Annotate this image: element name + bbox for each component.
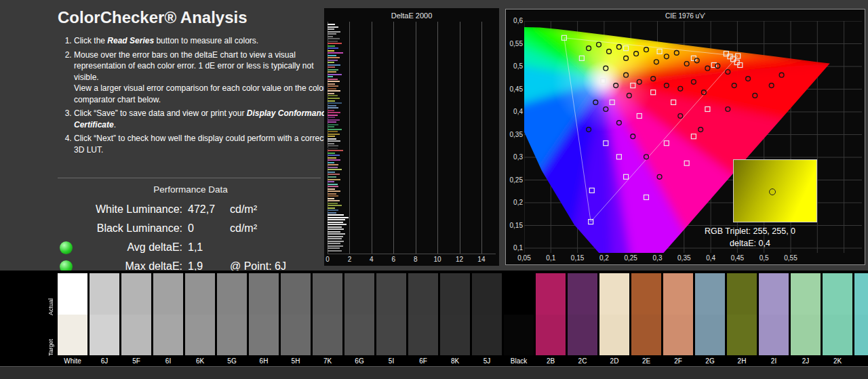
- deltae-bar[interactable]: [328, 50, 334, 52]
- deltae-bar[interactable]: [328, 79, 338, 80]
- deltae-bar[interactable]: [328, 36, 333, 37]
- deltae-bar[interactable]: [328, 222, 343, 223]
- deltae-bar[interactable]: [328, 233, 345, 235]
- deltae-bar[interactable]: [328, 250, 342, 252]
- comparator-patch[interactable]: 5G: [217, 273, 247, 365]
- deltae-bar[interactable]: [328, 169, 342, 170]
- deltae-bar[interactable]: [328, 98, 340, 99]
- deltae-bar[interactable]: [328, 195, 338, 197]
- deltae-bar[interactable]: [328, 172, 335, 173]
- deltae-bar[interactable]: [328, 212, 336, 214]
- deltae-bar[interactable]: [328, 188, 335, 190]
- comparator-patch[interactable]: Black: [504, 273, 534, 365]
- deltae-bar[interactable]: [328, 207, 335, 209]
- comparator-patch[interactable]: 6G: [344, 273, 374, 365]
- deltae-bar[interactable]: [328, 145, 338, 146]
- comparator-patch[interactable]: 2I: [759, 273, 789, 365]
- deltae-bar[interactable]: [328, 66, 335, 68]
- deltae-bar[interactable]: [328, 41, 338, 42]
- comparator-patch[interactable]: 5I: [376, 273, 406, 365]
- deltae-bar[interactable]: [328, 157, 336, 159]
- deltae-bar[interactable]: [328, 245, 343, 247]
- comparator-patch[interactable]: 5F: [121, 273, 151, 365]
- deltae-bar[interactable]: [328, 131, 338, 132]
- deltae-bar[interactable]: [328, 52, 343, 54]
- deltae-bar[interactable]: [328, 62, 334, 63]
- deltae-bar[interactable]: [328, 174, 340, 175]
- comparator-patch[interactable]: 2J: [791, 273, 821, 365]
- deltae-bar[interactable]: [328, 115, 338, 116]
- deltae-bar[interactable]: [328, 95, 338, 96]
- deltae-bar[interactable]: [328, 55, 336, 56]
- deltae-bar[interactable]: [328, 155, 340, 156]
- comparator-patch[interactable]: 7K: [313, 273, 342, 365]
- comparator-patch[interactable]: 2E: [631, 273, 661, 365]
- deltae-bar[interactable]: [328, 159, 340, 161]
- deltae-bar[interactable]: [328, 24, 335, 25]
- deltae-bar[interactable]: [328, 83, 335, 85]
- deltae-bar[interactable]: [328, 45, 335, 47]
- deltae-bar[interactable]: [328, 210, 338, 211]
- deltae-bar[interactable]: [328, 81, 340, 82]
- comparator-patch[interactable]: 2H: [727, 273, 757, 365]
- deltae-bar[interactable]: [328, 28, 334, 30]
- deltae-bar[interactable]: [328, 26, 338, 28]
- deltae-bar[interactable]: [328, 76, 333, 77]
- deltae-bar[interactable]: [328, 243, 340, 244]
- deltae-bar[interactable]: [328, 179, 340, 180]
- deltae-bar[interactable]: [328, 224, 347, 225]
- deltae-bar[interactable]: [328, 93, 334, 94]
- comparator-patch[interactable]: 6H: [249, 273, 279, 365]
- deltae-bar[interactable]: [328, 198, 334, 199]
- deltae-bar[interactable]: [328, 138, 336, 140]
- deltae-bar[interactable]: [328, 74, 342, 75]
- deltae-bar[interactable]: [328, 143, 334, 144]
- deltae-bar[interactable]: [328, 150, 343, 151]
- deltae-bar[interactable]: [328, 219, 345, 220]
- deltae-bar[interactable]: [328, 121, 336, 123]
- comparator-patch[interactable]: 2C: [568, 273, 597, 365]
- deltae-bar[interactable]: [328, 117, 335, 118]
- deltae-bar[interactable]: [328, 214, 344, 216]
- deltae-bar[interactable]: [328, 181, 334, 182]
- deltae-bar[interactable]: [328, 100, 335, 102]
- deltae-bar[interactable]: [328, 38, 340, 39]
- deltae-bar[interactable]: [328, 110, 334, 111]
- deltae-bar[interactable]: [328, 200, 340, 201]
- comparator-patch[interactable]: 6K: [185, 273, 215, 365]
- deltae-bar[interactable]: [328, 186, 338, 187]
- deltae-bar[interactable]: [328, 136, 335, 137]
- comparator-patch[interactable]: 5H: [281, 273, 311, 365]
- comparator-patch[interactable]: 5J: [472, 273, 502, 365]
- deltae-bar[interactable]: [328, 105, 336, 106]
- deltae-bar[interactable]: [328, 191, 340, 192]
- deltae-bar[interactable]: [328, 90, 340, 92]
- deltae-bar[interactable]: [328, 64, 340, 66]
- deltae-bar[interactable]: [328, 85, 338, 87]
- deltae-bar[interactable]: [328, 71, 336, 73]
- deltae-bar[interactable]: [328, 119, 340, 121]
- deltae-bar[interactable]: [328, 107, 338, 108]
- deltae-bar[interactable]: [328, 203, 338, 204]
- deltae-bar[interactable]: [328, 184, 338, 185]
- deltae-bar[interactable]: [328, 69, 338, 71]
- deltae-bar[interactable]: [328, 126, 334, 127]
- deltae-bar[interactable]: [328, 153, 335, 154]
- deltae-bar[interactable]: [328, 241, 344, 242]
- deltae-bar[interactable]: [328, 33, 336, 35]
- deltae-bar[interactable]: [328, 47, 338, 49]
- comparator-patch[interactable]: 2B: [536, 273, 566, 365]
- deltae-bar[interactable]: [328, 124, 338, 125]
- deltae-bar[interactable]: [328, 31, 340, 33]
- comparator-patch[interactable]: 8K: [440, 273, 470, 365]
- comparator-patch[interactable]: 2F: [663, 273, 693, 365]
- deltae-bar[interactable]: [328, 176, 336, 178]
- deltae-bar[interactable]: [328, 88, 336, 89]
- deltae-bar[interactable]: [328, 238, 342, 239]
- comparator-patch[interactable]: 2K: [823, 273, 852, 365]
- comparator-patch[interactable]: 6F: [408, 273, 438, 365]
- deltae-bar[interactable]: [328, 148, 338, 149]
- comparator-patch[interactable]: White: [58, 273, 87, 365]
- deltae-bar[interactable]: [328, 134, 340, 135]
- deltae-bar[interactable]: [328, 43, 342, 44]
